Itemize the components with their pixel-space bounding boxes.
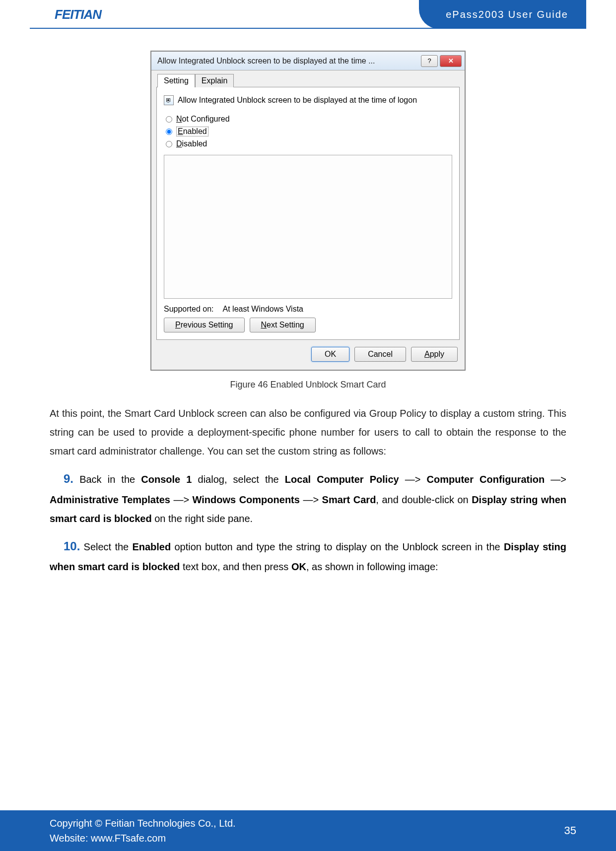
options-panel [164,155,452,299]
tab-explain[interactable]: Explain [195,74,234,87]
previous-setting-button[interactable]: Previous Setting [164,318,245,332]
radio-enabled-input[interactable] [166,129,172,135]
paragraph-1: At this point, the Smart Card Unblock sc… [50,404,566,460]
page-number: 35 [564,824,576,837]
radio-not-configured[interactable]: Not Configured [166,113,452,125]
footer-copyright: Copyright © Feitian Technologies Co., Lt… [50,816,236,831]
logo: FEITIAN [55,7,101,22]
radio-enabled[interactable]: Enabled [166,125,452,138]
supported-row: Supported on: At least Windows Vista [164,305,452,314]
setting-title-row: ⛨ Allow Integrated Unblock screen to be … [164,95,452,105]
policy-icon: ⛨ [164,95,174,105]
step-9: 9. Back in the Console 1 dialog, select … [50,467,566,528]
radio-disabled-input[interactable] [166,141,172,147]
doc-title: ePass2003 User Guide [419,0,586,29]
next-setting-button[interactable]: Next Setting [250,318,316,332]
ok-button[interactable]: OK [311,347,349,362]
group-policy-dialog: Allow Integrated Unblock screen to be di… [150,51,466,371]
step-9-number: 9. [64,472,73,485]
supported-label: Supported on: [164,305,214,314]
help-icon[interactable]: ? [421,55,438,67]
tab-row: Setting Explain [151,70,465,87]
tab-setting[interactable]: Setting [157,74,195,87]
radio-disabled[interactable]: Disabled [166,138,452,150]
step-10-number: 10. [64,539,80,553]
setting-label: Allow Integrated Unblock screen to be di… [178,96,417,105]
radio-disabled-label: Disabled [176,139,207,148]
radio-group: Not Configured Enabled Disabled [166,113,452,150]
figure-caption: Figure 46 Enabled Unblock Smart Card [0,380,616,390]
radio-enabled-label: Enabled [176,127,208,136]
page-header: FEITIAN ePass2003 User Guide [30,0,586,29]
dialog-title: Allow Integrated Unblock screen to be di… [157,57,421,65]
close-icon[interactable]: ✕ [440,55,462,67]
cancel-button[interactable]: Cancel [354,347,406,362]
radio-not-configured-input[interactable] [166,116,172,123]
supported-value: At least Windows Vista [223,305,303,314]
step-10: 10. Select the Enabled option button and… [50,535,566,577]
page-footer: Copyright © Feitian Technologies Co., Lt… [0,810,616,851]
apply-button[interactable]: Apply [411,347,458,362]
dialog-titlebar: Allow Integrated Unblock screen to be di… [151,52,465,70]
footer-website: Website: www.FTsafe.com [50,831,236,846]
radio-not-configured-label: Not Configured [176,115,230,124]
